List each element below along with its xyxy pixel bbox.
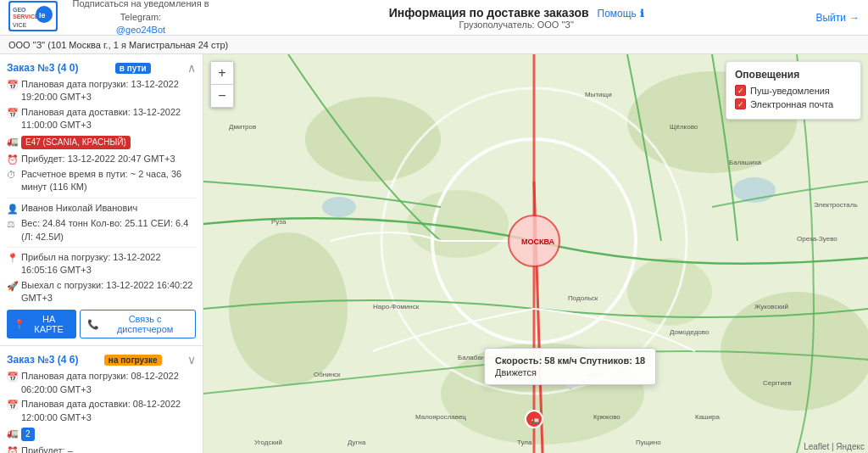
svg-text:Щёлково: Щёлково: [670, 123, 698, 131]
order-1-driver: 👤 Иванов Николай Иванович: [7, 202, 196, 215]
order-2-arrive: ⏰ Прибудет: –: [7, 445, 196, 453]
order-1-truck: 🚛 E47 (SCANIA, КРАСНЫЙ): [7, 134, 196, 151]
svg-point-10: [229, 232, 348, 385]
svg-text:Крюково: Крюково: [593, 413, 620, 421]
svg-text:Пущино: Пущино: [636, 439, 661, 446]
svg-text:GEO: GEO: [13, 7, 26, 13]
main-layout: Заказ №3 (4 0) в пути ∧ 📅 Плановая дата …: [0, 54, 868, 453]
svg-text:Балашиха: Балашиха: [729, 159, 762, 166]
company-subtitle: Грузополучатель: ООО "З": [217, 20, 815, 30]
order-2-header: Заказ №3 (4 6) на погрузке ∨: [7, 353, 196, 366]
order-1-truck-badge: E47 (SCANIA, КРАСНЫЙ): [21, 136, 131, 149]
logout-icon: →: [849, 12, 860, 24]
svg-text:Дмитров: Дмитров: [229, 123, 256, 131]
map-pin-icon: 📍: [14, 319, 25, 330]
map-zoom-controls: + −: [210, 61, 234, 108]
push-notification-row: ✓ Пуш-уведомления: [735, 85, 852, 96]
telegram-link[interactable]: @geo24Bot: [116, 25, 165, 35]
svg-text:Малоярославец: Малоярославец: [415, 413, 466, 421]
svg-text:Ie: Ie: [39, 11, 46, 20]
map-attribution: Leaflet | Яндекс: [804, 442, 865, 451]
order-1-arrive-load: 📍 Прибыл на погрузку: 13-12-2022 16:05:1…: [7, 251, 196, 277]
order-2-plan-load: 📅 Плановая дата погрузки: 08-12-2022 06:…: [7, 370, 196, 396]
svg-text:Кашира: Кашира: [695, 413, 720, 421]
order-1-plan-load: 📅 Плановая дата погрузки: 13-12-2022 19:…: [7, 78, 196, 104]
order-2-plan-deliver: 📅 Плановая дата доставки: 08-12-2022 12:…: [7, 398, 196, 424]
order-2-title: Заказ №3 (4 6): [7, 354, 78, 366]
svg-text:SERVICE: SERVICE: [13, 14, 39, 20]
svg-text:Электросталь: Электросталь: [814, 201, 858, 209]
svg-text:Жуковский: Жуковский: [754, 303, 788, 310]
email-checkbox[interactable]: ✓: [735, 98, 746, 109]
email-label: Электронная почта: [750, 99, 833, 109]
order-1-actions: 📍 НА КАРТЕ 📞 Связь с диспетчером: [7, 310, 196, 338]
help-link[interactable]: Помощь: [598, 8, 637, 20]
svg-point-15: [322, 197, 356, 217]
notifications-title: Оповещения: [735, 69, 852, 81]
map-tooltip: Скорость: 58 км/ч Спутников: 18 Движется: [484, 348, 656, 385]
order-2-truck: 🚛 2: [7, 426, 196, 443]
svg-text:Серггиев: Серггиев: [763, 379, 792, 387]
svg-text:Домодедово: Домодедово: [670, 328, 709, 336]
zoom-out-button[interactable]: −: [211, 85, 233, 107]
page-title-section: Информация по доставке заказов Помощь ℹ …: [217, 6, 815, 30]
svg-text:Руза: Руза: [271, 218, 287, 226]
push-label: Пуш-уведомления: [750, 86, 830, 96]
svg-text:Угодский: Угодский: [254, 439, 282, 446]
svg-text:МОСКВА: МОСКВА: [521, 238, 555, 246]
map-container[interactable]: МОСКВА Дмитров Мытищи Щёлково Балашиха П…: [203, 54, 868, 453]
zoom-in-button[interactable]: +: [211, 62, 233, 84]
svg-point-11: [721, 292, 868, 411]
svg-text:Ореха-Зуево: Ореха-Зуево: [797, 235, 837, 243]
order-1-map-button[interactable]: 📍 НА КАРТЕ: [7, 310, 76, 338]
email-notification-row: ✓ Электронная почта: [735, 98, 852, 109]
logout-button[interactable]: Выйти →: [815, 12, 860, 24]
push-checkbox[interactable]: ✓: [735, 85, 746, 96]
phone-icon: 📞: [87, 319, 99, 330]
order-1-depart-load: 🚀 Выехал с погрузки: 13-12-2022 16:40:22…: [7, 279, 196, 305]
header: GEO SERVICE VICE Ie Подписаться на уведо…: [0, 0, 868, 36]
svg-text:Наро-Фоминск: Наро-Фоминск: [373, 303, 420, 310]
company-bar: ООО "З" (101 Москва г., 1 я Магистральна…: [0, 36, 868, 54]
svg-text:Тула: Тула: [517, 439, 532, 446]
logo: GEO SERVICE VICE Ie: [8, 1, 58, 34]
svg-text:Подольск: Подольск: [568, 294, 598, 302]
order-2-collapse[interactable]: ∨: [187, 353, 196, 366]
order-1-plan-deliver: 📅 Плановая дата доставки: 13-12-2022 11:…: [7, 106, 196, 132]
order-1-collapse[interactable]: ∧: [187, 61, 196, 75]
svg-text:🚛: 🚛: [531, 416, 539, 424]
telegram-section: Подписаться на уведомления в Telegram: @…: [64, 0, 217, 37]
telegram-label: Подписаться на уведомления в Telegram:: [64, 0, 217, 24]
page-title: Информация по доставке заказов Помощь ℹ: [217, 6, 815, 20]
order-1-title: Заказ №3 (4 0): [7, 62, 78, 74]
sidebar: Заказ №3 (4 0) в пути ∧ 📅 Плановая дата …: [0, 54, 203, 453]
order-1-weight: ⚖ Вес: 24.84 тонн Кол-во: 25.11 СЕИ: 6.4…: [7, 217, 196, 243]
order-card-1: Заказ №3 (4 0) в пути ∧ 📅 Плановая дата …: [0, 54, 203, 346]
svg-text:Мытищи: Мытищи: [585, 91, 612, 98]
order-2-truck-badge: 2: [21, 428, 35, 441]
order-1-header: Заказ №3 (4 0) в пути ∧: [7, 61, 196, 75]
order-1-arrive: ⏰ Прибудет: 13-12-2022 20:47 GMT+3: [7, 153, 196, 166]
svg-text:VICE: VICE: [13, 22, 27, 28]
info-icon: ℹ: [640, 8, 644, 20]
order-1-route-time: ⏱ Расчетное время в пути: ~ 2 часа, 36 м…: [7, 168, 196, 194]
svg-text:Обнинск: Обнинск: [314, 371, 341, 378]
tooltip-speed: Скорость: 58 км/ч Спутников: 18: [495, 355, 645, 366]
order-1-dispatch-button[interactable]: 📞 Связь с диспетчером: [80, 310, 196, 338]
order-card-2: Заказ №3 (4 6) на погрузке ∨ 📅 Плановая …: [0, 346, 203, 453]
tooltip-status: Движется: [495, 367, 645, 378]
svg-text:Дугна: Дугна: [348, 439, 366, 446]
notifications-panel: Оповещения ✓ Пуш-уведомления ✓ Электронн…: [726, 61, 861, 120]
order-2-badge: на погрузке: [104, 355, 162, 366]
order-1-badge: в пути: [115, 63, 151, 74]
